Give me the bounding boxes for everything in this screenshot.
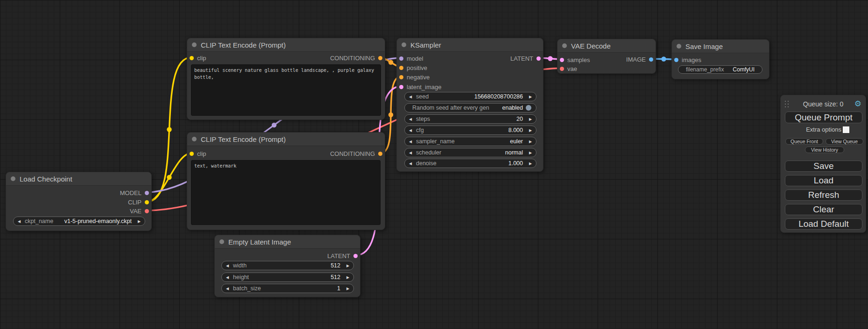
vae-port-dot[interactable] [145, 209, 149, 213]
node-title-bar[interactable]: Load Checkpoint [6, 172, 151, 186]
queue-front-button[interactable]: Queue Front [785, 138, 823, 145]
decrement-arrow-icon[interactable]: ◀ [405, 95, 416, 99]
refresh-button[interactable]: Refresh [785, 189, 862, 201]
conditioning-port-dot[interactable] [378, 152, 382, 156]
increment-arrow-icon[interactable]: ▶ [525, 161, 536, 166]
settings-gear-icon[interactable]: ⚙ [854, 99, 861, 109]
decrement-arrow-icon[interactable]: ◀ [405, 117, 416, 121]
queue-menu-panel[interactable]: Queue size: 0 ⚙ Queue Prompt Extra optio… [780, 95, 866, 233]
output-slot-model[interactable]: MODEL [120, 189, 149, 197]
input-slot-model[interactable]: model [399, 54, 423, 63]
node-title-bar[interactable]: Save Image [672, 40, 769, 53]
view-history-button[interactable]: View History [805, 147, 844, 153]
input-slot-latent-image[interactable]: latent_image [399, 83, 441, 91]
queue-prompt-button[interactable]: Queue Prompt [785, 112, 862, 123]
node-title-bar[interactable]: CLIP Text Encode (Prompt) [187, 133, 385, 146]
input-slot-clip[interactable]: clip [190, 149, 206, 158]
positive-prompt-textarea[interactable]: beautiful scenery nature glass bottle la… [191, 64, 381, 116]
node-clip-text-encode-positive[interactable]: CLIP Text Encode (Prompt) clip CONDITION… [187, 38, 385, 120]
output-slot-conditioning[interactable]: CONDITIONING [330, 54, 382, 62]
decrement-arrow-icon[interactable]: ◀ [222, 264, 233, 268]
node-vae-decode[interactable]: VAE Decode samples vae IMAGE [557, 39, 656, 74]
model-port-dot[interactable] [399, 56, 403, 61]
widget-steps[interactable]: ◀ steps 20 ▶ [404, 114, 536, 124]
output-slot-latent[interactable]: LATENT [510, 54, 541, 63]
widget-batch-size[interactable]: ◀ batch_size 1 ▶ [221, 284, 354, 293]
widget-denoise[interactable]: ◀ denoise 1.000 ▶ [404, 159, 536, 168]
node-clip-text-encode-negative[interactable]: CLIP Text Encode (Prompt) clip CONDITION… [187, 132, 385, 230]
slot-label: CLIP [128, 199, 141, 206]
node-title-bar[interactable]: CLIP Text Encode (Prompt) [187, 38, 385, 52]
widget-width[interactable]: ◀ width 512 ▶ [221, 261, 354, 270]
increment-arrow-icon[interactable]: ▶ [525, 95, 536, 99]
decrement-arrow-icon[interactable]: ◀ [14, 219, 25, 224]
node-status-dot [219, 239, 224, 244]
node-title-bar[interactable]: VAE Decode [557, 39, 656, 53]
increment-arrow-icon[interactable]: ▶ [525, 117, 536, 121]
widget-scheduler[interactable]: ◀ scheduler normal ▶ [404, 148, 536, 157]
widget-label: width [233, 262, 247, 269]
output-slot-clip[interactable]: CLIP [128, 198, 149, 206]
input-slot-positive[interactable]: positive [399, 63, 427, 72]
increment-arrow-icon[interactable]: ▶ [134, 219, 145, 224]
decrement-arrow-icon[interactable]: ◀ [405, 151, 416, 155]
extra-options-checkbox[interactable] [843, 126, 849, 133]
clip-port-dot[interactable] [145, 200, 149, 204]
decrement-arrow-icon[interactable]: ◀ [405, 140, 416, 144]
widget-label: sampler_name [416, 138, 455, 145]
input-slot-negative[interactable]: negative [399, 73, 430, 81]
comfyui-canvas[interactable]: { "colors": { "model": "#B39DDB", "clip"… [0, 0, 868, 329]
decrement-arrow-icon[interactable]: ◀ [405, 128, 416, 133]
toggle-on-dot[interactable] [526, 105, 531, 111]
model-port-dot[interactable] [145, 191, 149, 195]
output-slot-latent[interactable]: LATENT [327, 252, 358, 260]
widget-height[interactable]: ◀ height 512 ▶ [221, 273, 354, 282]
clip-port-dot[interactable] [190, 152, 194, 156]
node-ksampler[interactable]: KSampler model positive negative latent_… [396, 38, 543, 172]
output-slot-image[interactable]: IMAGE [626, 55, 653, 63]
latent-port-dot[interactable] [560, 58, 564, 62]
latent-port-dot[interactable] [399, 85, 403, 89]
output-slot-conditioning[interactable]: CONDITIONING [330, 149, 382, 158]
input-slot-samples[interactable]: samples [560, 56, 590, 64]
conditioning-port-dot[interactable] [399, 75, 403, 79]
widget-cfg[interactable]: ◀ cfg 8.000 ▶ [404, 126, 536, 135]
view-queue-button[interactable]: View Queue [826, 138, 863, 145]
widget-filename-prefix[interactable]: filename_prefix ComfyUI [678, 65, 762, 74]
node-save-image[interactable]: Save Image images filename_prefix ComfyU… [671, 39, 769, 79]
increment-arrow-icon[interactable]: ▶ [525, 140, 536, 144]
latent-port-dot[interactable] [536, 56, 541, 61]
increment-arrow-icon[interactable]: ▶ [342, 264, 353, 268]
node-title-bar[interactable]: KSampler [397, 38, 543, 52]
image-port-dot[interactable] [649, 57, 653, 62]
increment-arrow-icon[interactable]: ▶ [342, 287, 353, 291]
conditioning-port-dot[interactable] [378, 56, 382, 60]
load-button[interactable]: Load [785, 175, 862, 186]
latent-port-dot[interactable] [353, 254, 358, 258]
widget-sampler-name[interactable]: ◀ sampler_name euler ▶ [404, 137, 536, 146]
save-button[interactable]: Save [785, 161, 862, 172]
increment-arrow-icon[interactable]: ▶ [525, 151, 536, 155]
image-port-dot[interactable] [674, 58, 678, 62]
negative-prompt-textarea[interactable]: text, watermark [191, 160, 381, 225]
widget-random-seed-toggle[interactable]: Random seed after every gen enabled [404, 103, 536, 112]
decrement-arrow-icon[interactable]: ◀ [222, 287, 233, 291]
clip-port-dot[interactable] [190, 56, 194, 60]
increment-arrow-icon[interactable]: ▶ [525, 128, 536, 133]
load-default-button[interactable]: Load Default [785, 218, 862, 230]
input-slot-clip[interactable]: clip [190, 54, 206, 62]
node-empty-latent-image[interactable]: Empty Latent Image LATENT ◀ width 512 ▶ … [214, 235, 360, 297]
output-slot-vae[interactable]: VAE [130, 207, 149, 215]
vae-port-dot[interactable] [560, 67, 564, 71]
input-slot-images[interactable]: images [674, 56, 701, 64]
node-title-bar[interactable]: Empty Latent Image [215, 235, 360, 249]
input-slot-vae[interactable]: vae [560, 64, 577, 73]
node-load-checkpoint[interactable]: Load Checkpoint MODEL CLIP VAE ◀ ckpt_na… [6, 172, 152, 231]
conditioning-port-dot[interactable] [399, 66, 403, 70]
clear-button[interactable]: Clear [785, 204, 862, 215]
widget-seed[interactable]: ◀ seed 156680208700286 ▶ [404, 92, 536, 101]
widget-ckpt-name[interactable]: ◀ ckpt_name v1-5-pruned-emaonly.ckpt ▶ [13, 217, 145, 226]
increment-arrow-icon[interactable]: ▶ [342, 275, 353, 280]
decrement-arrow-icon[interactable]: ◀ [405, 161, 416, 166]
decrement-arrow-icon[interactable]: ◀ [222, 275, 233, 280]
